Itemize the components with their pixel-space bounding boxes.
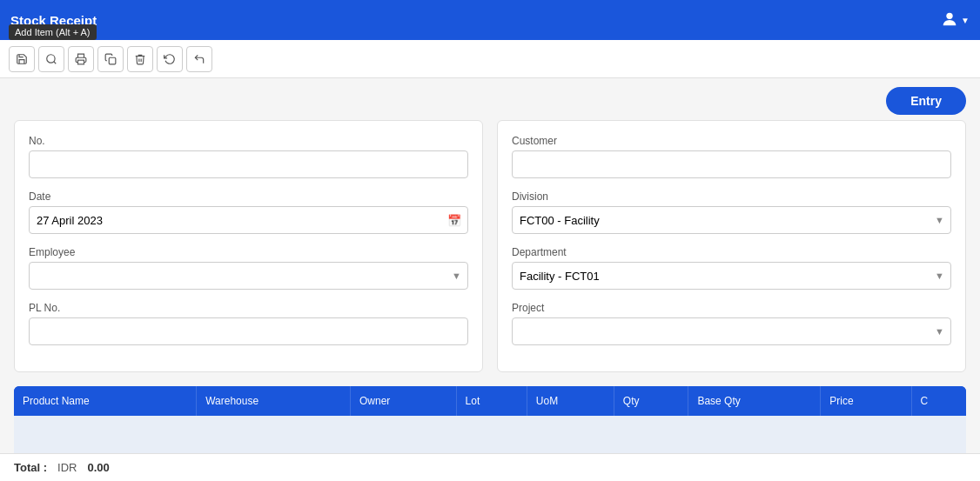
col-price: Price [821,386,911,416]
delete-button[interactable] [127,46,153,72]
form-section: No. Date 📅 Employee ▼ PL No. [0,120,980,386]
date-wrap: 📅 [29,206,468,234]
no-label: No. [29,135,468,147]
svg-point-0 [946,12,952,18]
save-button[interactable] [9,46,35,72]
svg-rect-3 [78,60,84,64]
department-select[interactable]: Facility - FCT01 [512,262,951,290]
date-group: Date 📅 [29,190,468,234]
col-c: C [911,386,966,416]
print-button[interactable] [68,46,94,72]
col-lot: Lot [456,386,527,416]
employee-group: Employee ▼ [29,246,468,290]
project-select[interactable] [512,317,951,345]
copy-button[interactable] [97,46,124,72]
project-group: Project ▼ [512,302,951,345]
back-button[interactable] [186,46,212,72]
division-label: Division [512,190,951,203]
calendar-icon[interactable]: 📅 [447,214,461,227]
top-bar: Stock Receipt Add Item (Alt + A) ▼ [0,0,980,40]
customer-input[interactable] [512,150,951,178]
pl-no-group: PL No. [29,302,468,345]
col-warehouse: Warehouse [197,386,351,416]
form-right: Customer Division FCT00 - Facility ▼ Dep… [497,120,966,372]
employee-select[interactable] [29,262,468,290]
svg-line-2 [54,61,57,63]
user-icon [940,10,959,31]
no-input[interactable] [29,150,468,178]
project-select-wrap: ▼ [512,317,951,345]
employee-label: Employee [29,246,468,258]
total-currency: IDR [57,461,77,474]
department-select-wrap: Facility - FCT01 ▼ [512,262,951,290]
no-group: No. [29,135,468,178]
department-label: Department [512,246,951,258]
customer-group: Customer [512,135,951,178]
col-qty: Qty [614,386,688,416]
date-label: Date [29,190,468,203]
project-label: Project [512,302,951,314]
svg-rect-4 [109,57,116,64]
tooltip: Add Item (Alt + A) [9,24,97,40]
total-value: 0.00 [87,461,109,474]
top-bar-right: ▼ [940,10,970,31]
form-left: No. Date 📅 Employee ▼ PL No. [14,120,483,372]
division-select[interactable]: FCT00 - Facility [512,206,951,234]
table-header-row: Product Name Warehouse Owner Lot UoM Qty… [14,386,966,416]
total-bar: Total : IDR 0.00 [0,453,980,481]
customer-label: Customer [512,135,951,147]
col-uom: UoM [527,386,614,416]
employee-select-wrap: ▼ [29,262,468,290]
total-label: Total : [14,461,47,474]
col-base-qty: Base Qty [688,386,821,416]
entry-bar: Entry [0,78,980,120]
entry-button[interactable]: Entry [886,87,966,115]
toolbar [0,40,980,78]
col-product-name: Product Name [14,386,197,416]
department-group: Department Facility - FCT01 ▼ [512,246,951,290]
user-menu-button[interactable]: ▼ [940,10,970,31]
division-select-wrap: FCT00 - Facility ▼ [512,206,951,234]
pl-no-label: PL No. [29,302,468,314]
division-group: Division FCT00 - Facility ▼ [512,190,951,234]
date-input[interactable] [29,206,468,234]
search-button[interactable] [38,46,64,72]
col-owner: Owner [350,386,456,416]
refresh-button[interactable] [157,46,183,72]
user-chevron-icon: ▼ [961,16,970,25]
svg-point-1 [47,54,55,62]
pl-no-input[interactable] [29,317,468,345]
